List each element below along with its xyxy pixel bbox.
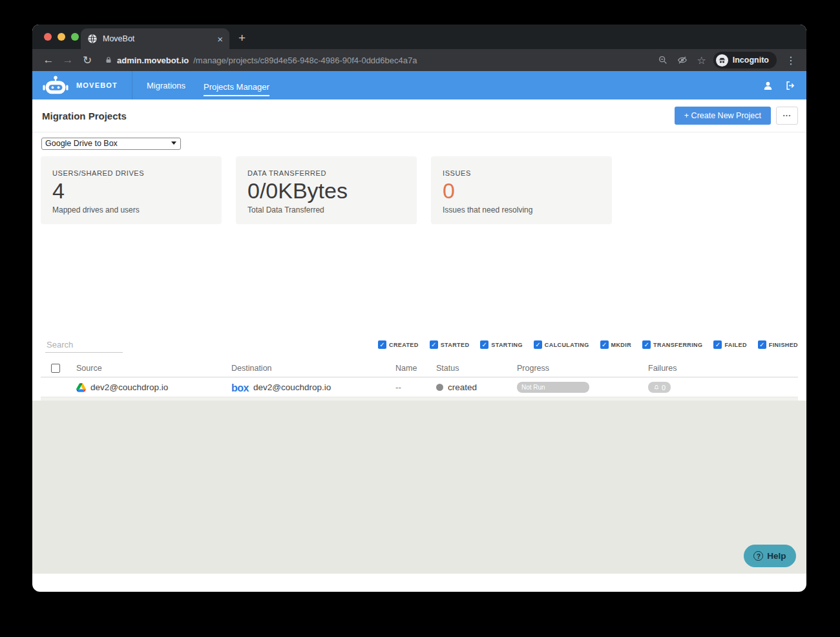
nav-item-migrations[interactable]: Migrations xyxy=(147,78,185,93)
filter-created[interactable]: ✓CREATED xyxy=(378,340,419,349)
col-destination: Destination xyxy=(226,364,390,373)
help-button[interactable]: ? Help xyxy=(744,545,796,567)
status-text: created xyxy=(448,382,477,392)
close-window-button[interactable] xyxy=(44,33,52,41)
toolbar-right-icons: ☆ Incognito ⋮ xyxy=(655,52,799,68)
col-status: Status xyxy=(431,364,512,373)
footer-area: ? Help xyxy=(32,401,806,574)
filter-calculating[interactable]: ✓CALCULATING xyxy=(534,340,589,349)
window-controls xyxy=(44,33,79,41)
incognito-label: Incognito xyxy=(733,56,769,65)
stat-card-data-transferred: DATA TRANSFERRED 0/0KBytes Total Data Tr… xyxy=(236,156,417,224)
project-select[interactable]: Google Drive to Box xyxy=(41,138,181,150)
app-navbar: MOVEBOT Migrations Projects Manager xyxy=(32,71,806,99)
stat-card-issues: ISSUES 0 Issues that need resolving xyxy=(431,156,612,224)
movebot-brand[interactable]: MOVEBOT xyxy=(43,71,132,99)
filter-row: ✓CREATED ✓STARTED ✓STARTING ✓CALCULATING… xyxy=(41,331,798,353)
checkbox-checked-icon[interactable]: ✓ xyxy=(713,340,722,349)
box-icon: box xyxy=(231,381,249,393)
col-failures: Failures xyxy=(643,364,798,373)
stat-caption: Issues that need resolving xyxy=(443,205,600,214)
header-actions: + Create New Project ... xyxy=(675,107,798,125)
page-title: Migration Projects xyxy=(42,110,127,121)
forward-icon[interactable]: → xyxy=(59,54,76,67)
page-header: Migration Projects + Create New Project … xyxy=(32,99,806,132)
maximize-window-button[interactable] xyxy=(71,33,79,41)
checkbox-checked-icon[interactable]: ✓ xyxy=(642,340,651,349)
browser-window: MoveBot × + ← → ↻ admin.movebot.io/manag… xyxy=(32,25,806,592)
checkbox-checked-icon[interactable]: ✓ xyxy=(378,340,386,349)
bookmark-star-icon[interactable]: ☆ xyxy=(694,52,709,68)
select-all-checkbox[interactable] xyxy=(51,364,60,373)
url-path: /manage/projects/c89d4e56-948c-4986-90f4… xyxy=(193,56,417,65)
progress-bar: Not Run xyxy=(517,382,589,393)
create-new-project-button[interactable]: + Create New Project xyxy=(675,107,771,125)
stat-caption: Total Data Transferred xyxy=(247,205,405,214)
tab-title: MoveBot xyxy=(103,34,212,43)
preview-hidden-icon[interactable] xyxy=(675,52,690,68)
table-row[interactable]: dev2@couchdrop.io boxdev2@couchdrop.io -… xyxy=(41,377,798,397)
browser-menu-icon[interactable]: ⋮ xyxy=(781,54,799,67)
stat-caption: Mapped drives and users xyxy=(52,205,210,214)
address-bar[interactable]: admin.movebot.io/manage/projects/c89d4e5… xyxy=(105,56,653,65)
status-dot xyxy=(436,384,443,391)
incognito-icon xyxy=(716,54,728,67)
browser-toolbar: ← → ↻ admin.movebot.io/manage/projects/c… xyxy=(32,49,806,71)
table-header: Source Destination Name Status Progress … xyxy=(41,359,798,377)
checkbox-checked-icon[interactable]: ✓ xyxy=(600,340,609,349)
status-filters: ✓CREATED ✓STARTED ✓STARTING ✓CALCULATING… xyxy=(378,340,798,353)
nav-item-projects-manager[interactable]: Projects Manager xyxy=(204,79,269,96)
stat-label: USERS/SHARED DRIVES xyxy=(52,169,210,177)
col-progress: Progress xyxy=(512,364,643,373)
new-tab-button[interactable]: + xyxy=(238,31,246,45)
filter-mkdir[interactable]: ✓MKDIR xyxy=(600,340,632,349)
brand-name: MOVEBOT xyxy=(76,81,118,89)
bell-icon xyxy=(653,384,660,391)
checkbox-checked-icon[interactable]: ✓ xyxy=(430,340,438,349)
incognito-badge: Incognito xyxy=(713,52,777,68)
filter-started[interactable]: ✓STARTED xyxy=(430,340,470,349)
stat-label: ISSUES xyxy=(443,169,600,177)
back-icon[interactable]: ← xyxy=(40,54,57,67)
browser-tab[interactable]: MoveBot × xyxy=(81,28,229,49)
movebot-logo-icon xyxy=(43,76,68,96)
stat-label: DATA TRANSFERRED xyxy=(247,169,405,177)
stat-value: 4 xyxy=(52,178,210,204)
stat-value: 0/0KBytes xyxy=(247,178,405,204)
question-mark-icon: ? xyxy=(753,551,763,561)
google-drive-icon xyxy=(76,383,86,392)
tab-close-icon[interactable]: × xyxy=(217,34,223,44)
main-nav: Migrations Projects Manager xyxy=(147,71,269,99)
stat-card-users: USERS/SHARED DRIVES 4 Mapped drives and … xyxy=(41,156,222,224)
filter-finished[interactable]: ✓FINISHED xyxy=(758,340,798,349)
page-content: Migration Projects + Create New Project … xyxy=(32,99,806,574)
filter-failed[interactable]: ✓FAILED xyxy=(713,340,746,349)
user-icon[interactable] xyxy=(762,80,773,91)
logout-icon[interactable] xyxy=(785,80,796,91)
movebot-favicon xyxy=(87,34,98,44)
col-name: Name xyxy=(390,364,431,373)
url-domain: admin.movebot.io xyxy=(117,56,189,65)
checkbox-checked-icon[interactable]: ✓ xyxy=(758,340,766,349)
filter-transferring[interactable]: ✓TRANSFERRING xyxy=(642,340,702,349)
checkbox-checked-icon[interactable]: ✓ xyxy=(480,340,488,349)
search-input[interactable] xyxy=(45,337,123,353)
navbar-right xyxy=(762,80,796,91)
filter-starting[interactable]: ✓STARTING xyxy=(480,340,523,349)
failures-badge[interactable]: 0 xyxy=(648,382,671,393)
browser-tab-strip: MoveBot × + xyxy=(32,25,806,49)
zoom-icon[interactable] xyxy=(655,52,671,68)
reload-icon[interactable]: ↻ xyxy=(79,54,96,67)
project-select-wrap: Google Drive to Box xyxy=(41,137,181,150)
col-source: Source xyxy=(71,364,226,373)
stat-value: 0 xyxy=(443,178,600,204)
minimize-window-button[interactable] xyxy=(58,33,65,41)
more-options-button[interactable]: ... xyxy=(776,107,798,125)
checkbox-checked-icon[interactable]: ✓ xyxy=(534,340,542,349)
lock-icon xyxy=(105,56,112,65)
stat-cards: USERS/SHARED DRIVES 4 Mapped drives and … xyxy=(41,156,612,224)
